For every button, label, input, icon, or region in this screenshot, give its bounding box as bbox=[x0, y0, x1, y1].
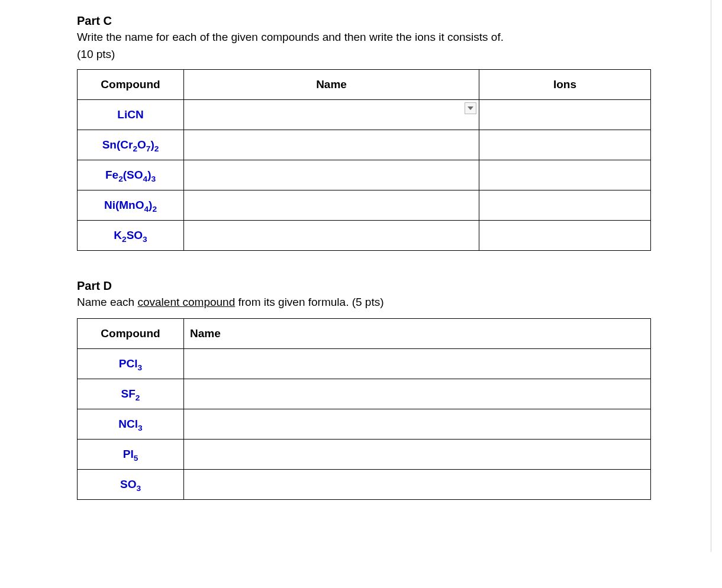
ions-answer-cell[interactable] bbox=[479, 99, 651, 130]
part-d-instructions-post: from its given formula. (5 pts) bbox=[235, 296, 383, 308]
compound-formula: LiCN bbox=[78, 99, 184, 130]
part-d-heading: Part D bbox=[77, 279, 651, 293]
part-c-table: Compound Name Ions LiCNSn(Cr2O7)2Fe2(SO4… bbox=[77, 69, 651, 251]
table-row: K2SO3 bbox=[78, 220, 651, 250]
compound-formula: PCl3 bbox=[78, 349, 184, 379]
name-answer-cell[interactable] bbox=[184, 349, 651, 379]
ions-answer-cell[interactable] bbox=[479, 220, 651, 250]
table-row: Fe2(SO4)3 bbox=[78, 160, 651, 190]
compound-formula: K2SO3 bbox=[78, 220, 184, 250]
compound-formula: Fe2(SO4)3 bbox=[78, 160, 184, 190]
part-d-instructions-pre: Name each bbox=[77, 296, 137, 308]
name-answer-cell[interactable] bbox=[184, 190, 479, 220]
name-answer-cell[interactable] bbox=[184, 99, 479, 130]
part-c-hdr-compound: Compound bbox=[78, 69, 184, 99]
page-right-rule bbox=[711, 0, 711, 552]
part-c-heading: Part C bbox=[77, 14, 651, 28]
part-c-instructions: Write the name for each of the given com… bbox=[77, 29, 651, 46]
table-row: PCl3 bbox=[78, 349, 651, 379]
compound-formula: PI5 bbox=[78, 440, 184, 470]
name-answer-cell[interactable] bbox=[184, 409, 651, 440]
ions-answer-cell[interactable] bbox=[479, 190, 651, 220]
table-row: Sn(Cr2O7)2 bbox=[78, 130, 651, 160]
part-d-instructions-underlined: covalent compound bbox=[137, 296, 235, 308]
table-row: PI5 bbox=[78, 440, 651, 470]
name-answer-cell[interactable] bbox=[184, 160, 479, 190]
ions-answer-cell[interactable] bbox=[479, 130, 651, 160]
compound-formula: SO3 bbox=[78, 470, 184, 500]
ions-answer-cell[interactable] bbox=[479, 160, 651, 190]
name-answer-cell[interactable] bbox=[184, 220, 479, 250]
chevron-down-icon[interactable] bbox=[465, 102, 476, 114]
name-answer-cell[interactable] bbox=[184, 130, 479, 160]
table-row: LiCN bbox=[78, 99, 651, 130]
name-answer-cell[interactable] bbox=[184, 379, 651, 409]
part-d-hdr-compound: Compound bbox=[78, 319, 184, 349]
part-c-points: (10 pts) bbox=[77, 48, 651, 61]
part-d-hdr-name: Name bbox=[184, 319, 651, 349]
table-row: SF2 bbox=[78, 379, 651, 409]
compound-formula: Ni(MnO4)2 bbox=[78, 190, 184, 220]
compound-formula: Sn(Cr2O7)2 bbox=[78, 130, 184, 160]
table-row: NCl3 bbox=[78, 409, 651, 440]
svg-marker-0 bbox=[468, 106, 473, 110]
compound-formula: SF2 bbox=[78, 379, 184, 409]
compound-formula: NCl3 bbox=[78, 409, 184, 440]
part-d-table: Compound Name PCl3SF2NCl3PI5SO3 bbox=[77, 318, 651, 500]
part-c-hdr-ions: Ions bbox=[479, 69, 651, 99]
name-answer-cell[interactable] bbox=[184, 440, 651, 470]
part-d-instructions: Name each covalent compound from its giv… bbox=[77, 294, 651, 311]
name-answer-cell[interactable] bbox=[184, 470, 651, 500]
part-c-hdr-name: Name bbox=[184, 69, 479, 99]
table-row: Ni(MnO4)2 bbox=[78, 190, 651, 220]
table-row: SO3 bbox=[78, 470, 651, 500]
